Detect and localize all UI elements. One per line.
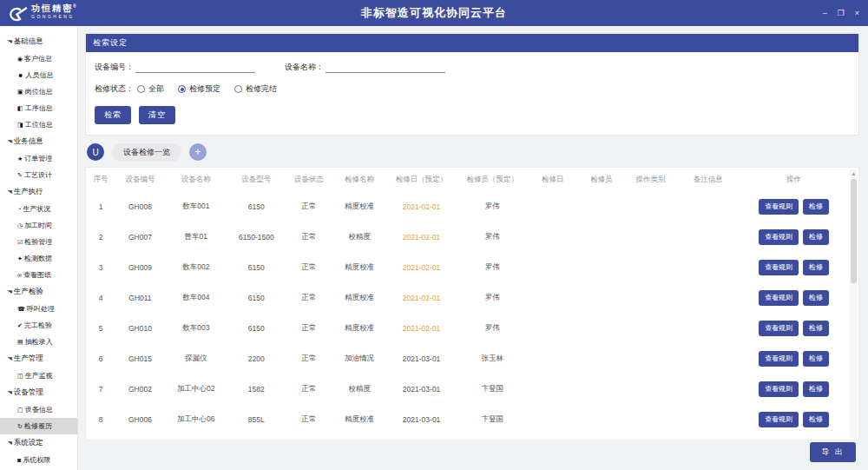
sidebar-item[interactable]: ◧工序信息 (0, 100, 77, 116)
sidebar-item[interactable]: ◫生产监视 (0, 367, 77, 384)
sidebar-item[interactable]: ↻检修履历 (0, 418, 77, 434)
remark (675, 313, 742, 343)
view-rule-button[interactable]: 查看规则 (759, 229, 799, 245)
equipment-code: GH007 (115, 222, 164, 252)
equipment-name: 焊机 (165, 434, 227, 440)
search-button[interactable]: 检索 (95, 106, 131, 124)
column-header: 设备编号 (115, 168, 164, 191)
sidebar-item[interactable]: ☑检验管理 (0, 234, 77, 250)
repair-button[interactable]: 检修 (803, 321, 829, 336)
table-scrollbar[interactable]: ▲ (850, 169, 858, 438)
radio-option[interactable]: 全部 (137, 83, 164, 95)
view-rule-button[interactable]: 查看规则 (759, 412, 799, 427)
equipment-code-input[interactable] (135, 62, 255, 73)
maintenance-table: 序号设备编号设备名称设备型号设备状态检修名称检修日（预定）检修员（预定）检修日检… (86, 168, 846, 440)
sidebar-item[interactable]: ▤抽检录入 (0, 334, 77, 350)
tab-bar: U 设备检修一览 + (87, 142, 859, 162)
production-status-icon: ◔ (17, 206, 21, 212)
remark (675, 222, 742, 252)
sidebar-group-header[interactable]: ◢设备管理 (0, 384, 77, 401)
registered-mark: ® (73, 3, 78, 9)
customer-info-icon: ◉ (17, 56, 23, 63)
sidebar-item[interactable]: ☻人员信息 (0, 67, 77, 83)
remark (675, 343, 742, 374)
order-management-icon: ★ (17, 156, 23, 162)
call-handling-icon: ☎ (17, 306, 25, 313)
sidebar: ◢基础信息◉客户信息☻人员信息▣岗位信息◧工序信息◨工位信息◢业务信息★订单管理… (0, 26, 78, 470)
sidebar-group-header[interactable]: ◢生产检验 (0, 283, 77, 301)
row-no: 1 (86, 191, 115, 222)
sidebar-group-header[interactable]: ◢系统设定 (0, 434, 77, 452)
sidebar-item[interactable]: ☎呼叫处理 (0, 301, 77, 317)
page-title: 非标智造可视化协同云平台 (361, 5, 507, 21)
sidebar-group-header[interactable]: ◢业务信息 (0, 133, 77, 150)
equipment-name-label: 设备名称： (285, 62, 324, 73)
equipment-name: 数车002 (165, 252, 227, 282)
maximize-icon[interactable]: ❐ (838, 10, 845, 17)
sidebar-item[interactable]: ◨工位信息 (0, 116, 77, 133)
view-rule-button[interactable]: 查看规则 (759, 290, 799, 306)
tree-collapse-icon: ◢ (5, 441, 12, 445)
clear-button[interactable]: 清空 (139, 106, 175, 124)
sidebar-item-label: 生产状况 (23, 204, 50, 214)
app-logo: 功恒精密® GONGHENG (0, 4, 78, 23)
close-icon[interactable]: × (855, 10, 859, 17)
equipment-name-input[interactable] (326, 62, 445, 73)
sidebar-item[interactable]: ★订单管理 (0, 150, 77, 167)
sidebar-item[interactable]: ◷加工时间 (0, 217, 77, 234)
sidebar-group-header[interactable]: ◢生产管理 (0, 350, 77, 367)
repair-button[interactable]: 检修 (803, 381, 829, 397)
maintenance-name: 检修管道 (332, 434, 386, 440)
sidebar-item[interactable]: ◔生产状况 (0, 201, 77, 217)
sidebar-group-label: 业务信息 (14, 136, 43, 147)
view-rule-button[interactable]: 查看规则 (759, 381, 799, 397)
actual-date (528, 222, 576, 252)
actual-person (577, 313, 626, 343)
sidebar-group-header[interactable]: ◢生产执行 (0, 183, 77, 201)
sidebar-item[interactable]: ▢设备信息 (0, 401, 77, 418)
sidebar-item[interactable]: ▣岗位信息 (0, 83, 77, 100)
repair-button[interactable]: 检修 (803, 260, 829, 275)
sidebar-item[interactable]: ◉客户信息 (0, 50, 77, 67)
actual-person (577, 252, 626, 282)
view-rule-button[interactable]: 查看规则 (759, 199, 799, 215)
scroll-up-icon[interactable]: ▲ (850, 169, 858, 178)
operation-type (626, 191, 674, 222)
sidebar-item[interactable]: ✦检测数据 (0, 250, 77, 267)
window-controls: – ❐ × (823, 10, 868, 17)
equipment-status: 正常 (286, 313, 332, 343)
equipment-code: GH014 (115, 434, 164, 440)
sidebar-item[interactable]: ◙系统权限 (0, 452, 77, 468)
completion-inspection-icon: ✔ (17, 322, 23, 329)
planned-date: 2021-02-01 (386, 222, 457, 252)
workstation-info-icon: ◨ (17, 122, 23, 129)
sidebar-item[interactable]: ✔完工检验 (0, 317, 77, 334)
radio-option[interactable]: 检修预定 (178, 83, 220, 95)
sidebar-group: ◢生产执行◔生产状况◷加工时间☑检验管理✦检测数据∞查看图纸 (0, 183, 77, 283)
repair-button[interactable]: 检修 (803, 412, 829, 427)
export-button[interactable]: 导 出 (810, 442, 856, 462)
repair-button[interactable]: 检修 (803, 351, 829, 367)
repair-button[interactable]: 检修 (803, 290, 829, 306)
tree-collapse-icon: ◢ (5, 190, 12, 194)
view-rule-button[interactable]: 查看规则 (759, 321, 799, 336)
equipment-code: GH011 (115, 282, 164, 313)
view-rule-button[interactable]: 查看规则 (759, 351, 799, 367)
user-badge[interactable]: U (87, 143, 104, 161)
sidebar-group-header[interactable]: ◢基础信息 (0, 33, 77, 50)
sidebar-item[interactable]: ✎工艺设计 (0, 167, 77, 183)
tab-equipment-maintenance-list[interactable]: 设备检修一览 (112, 143, 181, 162)
repair-button[interactable]: 检修 (803, 199, 829, 215)
column-header: 检修员（预定） (457, 168, 529, 191)
row-actions: 查看规则检修 (741, 222, 846, 252)
minimize-icon[interactable]: – (823, 10, 827, 17)
add-tab-button[interactable]: + (189, 143, 207, 161)
view-rule-button[interactable]: 查看规则 (759, 260, 799, 275)
operation-type (626, 252, 674, 282)
radio-option[interactable]: 检修完结 (234, 83, 277, 95)
table-header-row: 序号设备编号设备名称设备型号设备状态检修名称检修日（预定）检修员（预定）检修日检… (86, 168, 846, 191)
scrollbar-thumb[interactable] (851, 179, 857, 283)
actual-person (577, 434, 626, 440)
repair-button[interactable]: 检修 (803, 229, 829, 245)
sidebar-item[interactable]: ∞查看图纸 (0, 267, 77, 283)
